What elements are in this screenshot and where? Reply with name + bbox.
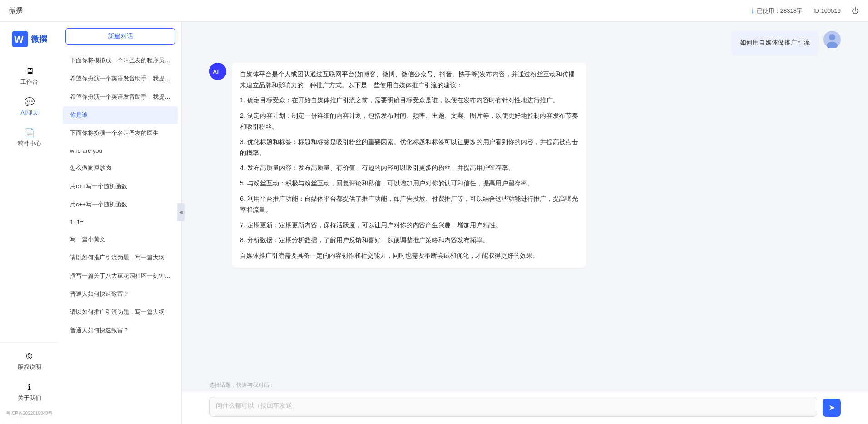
- user-message-bubble: 如何用自媒体做推广引流: [732, 31, 818, 55]
- list-item[interactable]: 怎么做狗屎炒肉: [63, 160, 178, 177]
- copyright-icon: ©: [26, 352, 32, 361]
- components-icon: 📄: [25, 128, 35, 138]
- sidebar-item-components[interactable]: 📄 稿件中心: [0, 122, 59, 153]
- ai-chat-icon: 💬: [25, 97, 35, 107]
- ai-message-bubble: 自媒体平台是个人或团队通过互联网平台(如博客、微博、微信公众号、抖音、快手等)发…: [232, 63, 586, 268]
- user-message-text: 如何用自媒体做推广引流: [740, 39, 810, 46]
- logo-text: 微撰: [31, 34, 47, 45]
- topbar-right: ℹ 已使用：28318字 ID:100519 ⏻: [752, 7, 859, 15]
- list-item[interactable]: 1+1=: [63, 214, 178, 230]
- list-item[interactable]: 希望你扮演一个英语发音助手，我提供给你...: [63, 88, 178, 105]
- nav-items: 🖥 工作台 💬 AI聊天 📄 稿件中心: [0, 61, 59, 342]
- components-label: 稿件中心: [18, 140, 41, 148]
- sidebar-item-about[interactable]: ℹ 关于我们: [0, 377, 59, 408]
- list-item[interactable]: 希望你扮演一个英语发音助手，我提供给你...: [63, 70, 178, 87]
- list-item[interactable]: 用c++写一个随机函数: [63, 196, 178, 213]
- user-avatar-icon: [823, 31, 841, 48]
- list-item[interactable]: 普通人如何快速致富？: [63, 322, 178, 339]
- ai-chat-label: AI聊天: [20, 109, 38, 117]
- quick-select-bar: 选择话题，快速与我对话：: [182, 378, 868, 391]
- ai-message-content: 自媒体平台是个人或团队通过互联网平台(如博客、微博、微信公众号、抖音、快手等)发…: [240, 69, 578, 261]
- topbar: 微撰 ℹ 已使用：28318字 ID:100519 ⏻: [0, 0, 868, 22]
- ai-para-4: 4. 发布高质量内容：发布高质量、有价值、有趣的内容可以吸引更多的粉丝，并提高用…: [240, 163, 578, 174]
- left-nav: W 微撰 🖥 工作台 💬 AI聊天 📄 稿件中心 © 版权说明: [0, 22, 59, 424]
- main-layout: W 微撰 🖥 工作台 💬 AI聊天 📄 稿件中心 © 版权说明: [0, 22, 868, 424]
- message-row-ai: AI 自媒体平台是个人或团队通过互联网平台(如博客、微博、微信公众号、抖音、快手…: [209, 63, 841, 268]
- svg-point-3: [829, 34, 835, 40]
- sidebar-item-workbench[interactable]: 🖥 工作台: [0, 61, 59, 91]
- workbench-icon: 🖥: [25, 66, 34, 76]
- icp-text: 粤ICP备2022019848号: [0, 408, 59, 419]
- svg-text:AI: AI: [213, 68, 219, 75]
- copyright-label: 版权说明: [18, 363, 41, 371]
- power-icon[interactable]: ⏻: [852, 7, 859, 15]
- quick-select-label: 选择话题，快速与我对话：: [209, 382, 274, 388]
- conv-sidebar: 新建对话 下面你将模拟成一个叫圣友的程序员，我说... 希望你扮演一个英语发音助…: [59, 22, 182, 424]
- list-item[interactable]: 普通人如何快速致富？: [63, 285, 178, 303]
- sidebar-collapse-button[interactable]: ◀: [177, 203, 185, 221]
- chat-area: 如何用自媒体做推广引流 AI: [182, 22, 868, 424]
- ai-para-5: 5. 与粉丝互动：积极与粉丝互动，回复评论和私信，可以增加用户对你的认可和信任，…: [240, 178, 578, 189]
- new-conversation-button[interactable]: 新建对话: [65, 28, 175, 45]
- ai-para-0: 自媒体平台是个人或团队通过互联网平台(如博客、微博、微信公众号、抖音、快手等)发…: [240, 69, 578, 91]
- logo-area: W 微撰: [12, 31, 47, 47]
- ai-avatar: AI: [209, 63, 226, 80]
- list-item[interactable]: who are you: [63, 143, 178, 159]
- ai-avatar-icon: AI: [209, 63, 226, 80]
- ai-para-7: 7. 定期更新：定期更新内容，保持活跃度，可以让用户对你的内容产生兴趣，增加用户…: [240, 220, 578, 231]
- nav-bottom: © 版权说明 ℹ 关于我们 粤ICP备2022019848号: [0, 342, 59, 419]
- list-item[interactable]: 下面你将扮演一个名叫圣友的医生: [63, 125, 178, 142]
- input-area: ➤: [182, 391, 868, 424]
- logo-icon: W: [12, 31, 28, 47]
- message-row-user: 如何用自媒体做推广引流: [209, 31, 841, 55]
- list-item[interactable]: 用c++写一个随机函数: [63, 178, 178, 195]
- ai-para-6: 6. 利用平台推广功能：自媒体平台都提供了推广功能，如广告投放、付费推广等，可以…: [240, 194, 578, 215]
- topbar-usage: ℹ 已使用：28318字: [752, 7, 803, 15]
- list-item[interactable]: 写一篇小黄文: [63, 231, 178, 248]
- send-icon: ➤: [828, 403, 835, 413]
- conv-list: 下面你将模拟成一个叫圣友的程序员，我说... 希望你扮演一个英语发音助手，我提供…: [59, 49, 181, 424]
- about-label: 关于我们: [18, 394, 41, 402]
- workbench-label: 工作台: [20, 78, 38, 86]
- list-item[interactable]: 你是谁: [63, 106, 178, 124]
- ai-para-3: 3. 优化标题和标签：标题和标签是吸引粉丝的重要因素。优化标题和标签可以让更多的…: [240, 137, 578, 159]
- send-button[interactable]: ➤: [823, 399, 841, 417]
- svg-text:W: W: [14, 34, 24, 45]
- list-item[interactable]: 撰写一篇关于八大家花园社区一刻钟便民生...: [63, 267, 178, 284]
- sidebar-item-copyright[interactable]: © 版权说明: [0, 346, 59, 377]
- ai-para-8: 8. 分析数据：定期分析数据，了解用户反馈和喜好，以便调整推广策略和内容发布频率…: [240, 235, 578, 246]
- sidebar-item-ai-chat[interactable]: 💬 AI聊天: [0, 91, 59, 122]
- info-icon: ℹ: [752, 7, 754, 15]
- about-icon: ℹ: [28, 382, 31, 392]
- ai-para-9: 自媒体推广引流需要具备一定的内容创作和社交能力，同时也需要不断尝试和优化，才能取…: [240, 250, 578, 261]
- topbar-title: 微撰: [9, 6, 23, 15]
- usage-text: 已使用：28318字: [757, 7, 803, 15]
- ai-para-2: 2. 制定内容计划：制定一份详细的内容计划，包括发布时间、频率、主题、文案、图片…: [240, 110, 578, 132]
- user-avatar: [823, 31, 841, 48]
- ai-para-1: 1. 确定目标受众：在开始自媒体推广引流之前，需要明确目标受众是谁，以便在发布内…: [240, 95, 578, 106]
- list-item[interactable]: 下面你将模拟成一个叫圣友的程序员，我说...: [63, 52, 178, 69]
- chat-input[interactable]: [209, 397, 817, 417]
- list-item[interactable]: 请以如何推广引流为题，写一篇大纲: [63, 304, 178, 321]
- topbar-id: ID:100519: [813, 7, 841, 14]
- list-item[interactable]: 请以如何推广引流为题，写一篇大纲: [63, 249, 178, 266]
- chat-messages: 如何用自媒体做推广引流 AI: [182, 22, 868, 378]
